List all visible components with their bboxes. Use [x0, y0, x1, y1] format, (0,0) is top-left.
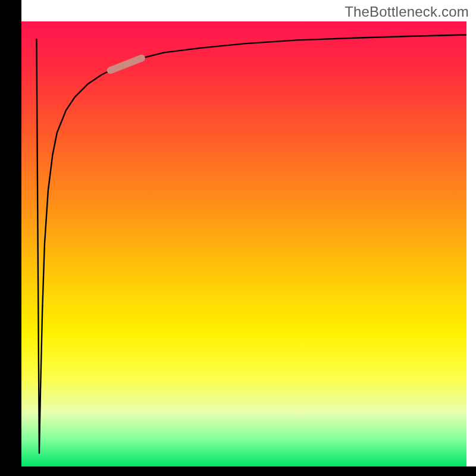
curve-marker-segment	[111, 58, 142, 71]
y-axis	[0, 0, 21, 466]
bottleneck-curve	[36, 35, 466, 453]
x-axis	[0, 466, 476, 476]
watermark-text: TheBottleneck.com	[345, 4, 469, 20]
chart-container: TheBottleneck.com	[0, 0, 476, 476]
curve-layer	[21, 21, 466, 466]
